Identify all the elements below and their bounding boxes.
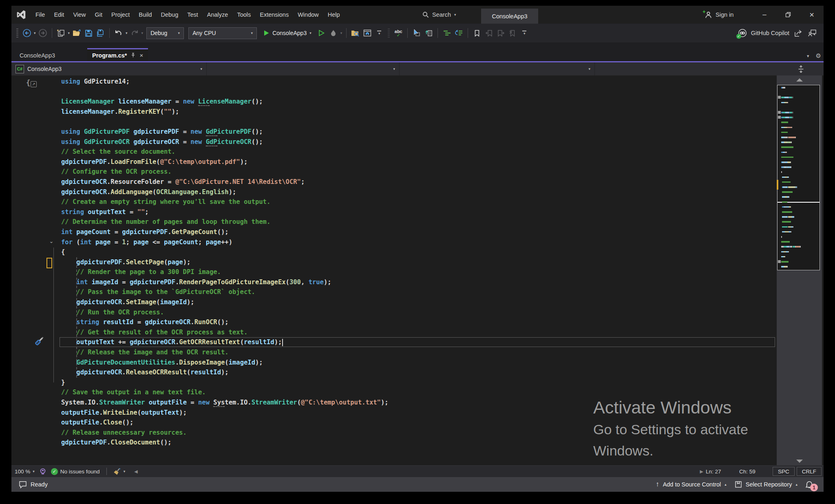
gear-icon[interactable]: ⚙	[816, 52, 821, 60]
code-line[interactable]: outputFile.WriteLine(outputText);	[61, 408, 777, 418]
tab-program-cs[interactable]: Program.cs* ×	[87, 48, 148, 61]
code-line[interactable]: // Save the output in a new text file.	[61, 387, 777, 398]
code-line[interactable]: {	[61, 247, 777, 257]
share-icon[interactable]	[793, 27, 803, 39]
menu-view[interactable]: View	[68, 6, 90, 24]
fold-chevron-icon[interactable]: ⌄	[47, 236, 55, 246]
menu-edit[interactable]: Edit	[49, 6, 68, 24]
code-line[interactable]: gdpictureOCR.ResourceFolder = @"C:\GdPic…	[61, 177, 777, 187]
toolbar-grip[interactable]	[388, 29, 390, 38]
type-dropdown[interactable]: ▾	[207, 62, 400, 75]
code-line[interactable]: GdPictureDocumentUtilities.DisposeImage(…	[61, 358, 777, 368]
copy-code-icon[interactable]	[424, 27, 433, 39]
selection-icon[interactable]	[412, 27, 422, 39]
hot-reload-icon[interactable]	[329, 27, 338, 39]
code-line[interactable]: // Determine the number of pages and loo…	[61, 217, 777, 227]
hscroll-left-icon[interactable]: ◀	[134, 469, 137, 474]
feedback-icon[interactable]	[807, 27, 817, 39]
code-line[interactable]: System.IO.StreamWriter outputFile = new …	[61, 398, 777, 408]
menu-file[interactable]: File	[31, 6, 49, 24]
redo-icon[interactable]	[130, 27, 139, 39]
vertical-scrollbar[interactable]	[777, 75, 822, 466]
notifications-button[interactable]: 1	[805, 480, 815, 489]
tab-list-chevron-icon[interactable]: ▾	[807, 54, 809, 58]
format-undo-icon[interactable]	[454, 27, 464, 39]
menu-help[interactable]: Help	[323, 6, 345, 24]
project-dropdown[interactable]: C# ConsoleApp3 ▾	[11, 62, 207, 75]
spell-check-icon[interactable]: abc ✓	[393, 27, 403, 39]
prev-bookmark-icon[interactable]	[484, 27, 494, 39]
next-bookmark-icon[interactable]	[496, 27, 506, 39]
save-icon[interactable]	[84, 27, 93, 39]
scroll-up-icon[interactable]	[777, 78, 822, 82]
chevron-down-icon[interactable]: ▾	[68, 31, 70, 35]
code-line[interactable]: string resultId = gdpictureOCR.RunOCR();	[61, 317, 777, 327]
show-more-buttons-icon[interactable]: ▾	[374, 27, 384, 39]
navigate-forward-icon[interactable]	[38, 27, 48, 39]
quick-actions-screwdriver-icon[interactable]	[33, 336, 45, 348]
start-debugging-button[interactable]: ConsoleApp3 ▾	[260, 27, 315, 39]
code-line[interactable]: // Select the source document.	[61, 147, 777, 157]
hscroll-right-icon[interactable]: ▶	[700, 469, 703, 474]
menu-project[interactable]: Project	[107, 6, 134, 24]
code-line[interactable]: int pageCount = gdpicturePDF.GetPageCoun…	[61, 227, 777, 237]
menu-analyze[interactable]: Analyze	[203, 6, 233, 24]
code-line[interactable]: outputText += gdpictureOCR.GetOCRResultT…	[61, 337, 777, 347]
code-line[interactable]: string outputText = "";	[61, 207, 777, 217]
code-line[interactable]: gdpictureOCR.AddLanguage(OCRLanguage.Eng…	[61, 187, 777, 197]
minimap[interactable]	[777, 85, 820, 270]
scroll-down-icon[interactable]	[777, 460, 822, 463]
chevron-down-icon[interactable]: ▾	[141, 31, 144, 35]
code-line[interactable]: // Create an empty string where you'll s…	[61, 197, 777, 207]
solution-platform-select[interactable]: Any CPU ▾	[188, 27, 257, 39]
save-all-icon[interactable]	[95, 27, 105, 39]
add-to-source-control-button[interactable]: ↑ Add to Source Control ▴	[652, 477, 731, 492]
code-line[interactable]: }	[61, 378, 777, 388]
menu-git[interactable]: Git	[91, 6, 107, 24]
search-control[interactable]: Search ▾	[422, 6, 456, 24]
minimize-icon[interactable]: –	[753, 6, 776, 24]
code-line[interactable]: using GdPicturePDF gdpicturePDF = new Gd…	[61, 127, 777, 137]
code-line[interactable]: using GdPicture14;	[61, 77, 777, 87]
code-line[interactable]: outputFile.Close();	[61, 418, 777, 428]
code-line[interactable]: licenseManager.RegisterKEY("");	[61, 107, 777, 117]
code-line[interactable]: gdpicturePDF.LoadFromFile(@"C:\temp\outp…	[61, 157, 777, 167]
navigate-back-icon[interactable]	[22, 27, 32, 39]
code-line[interactable]: using GdPictureOCR gdpictureOCR = new Gd…	[61, 137, 777, 147]
sign-in-button[interactable]: + Sign in	[705, 6, 733, 24]
search-context-chip[interactable]: ConsoleApp3	[481, 9, 538, 24]
start-without-debugging-icon[interactable]	[317, 27, 327, 39]
menu-window[interactable]: Window	[293, 6, 323, 24]
code-line[interactable]: gdpictureOCR.ReleaseOCRResult(resultId);	[61, 367, 777, 378]
open-file-icon[interactable]	[72, 27, 82, 39]
clear-bookmarks-icon[interactable]	[508, 27, 517, 39]
usings-adornment-icon[interactable]: {↗	[26, 79, 37, 87]
code-line[interactable]: // Run the OCR process.	[61, 307, 777, 318]
close-tab-icon[interactable]: ×	[139, 52, 143, 59]
zoom-select[interactable]: 100 % ▾	[11, 466, 38, 477]
new-project-icon[interactable]	[56, 27, 66, 39]
code-line[interactable]: // Render the page to a 300 DPI image.	[61, 267, 777, 277]
chevron-down-icon[interactable]: ▾	[34, 31, 36, 35]
menu-extensions[interactable]: Extensions	[255, 6, 293, 24]
undo-icon[interactable]	[114, 27, 124, 39]
solution-explorer-icon[interactable]	[362, 27, 372, 39]
restore-icon[interactable]	[776, 6, 800, 24]
chevron-down-icon[interactable]: ▾	[126, 31, 128, 35]
space-indicator[interactable]: SPC	[773, 467, 795, 476]
chevron-down-icon[interactable]: ▾	[340, 31, 342, 35]
pin-icon[interactable]	[130, 53, 136, 58]
member-dropdown[interactable]: ▾	[400, 62, 595, 75]
code-line[interactable]: int imageId = gdpicturePDF.RenderPageToG…	[61, 277, 777, 287]
code-line[interactable]	[61, 87, 777, 97]
column-indicator[interactable]: Ch: 59	[739, 469, 773, 475]
split-editor-button[interactable]	[778, 62, 824, 75]
menu-test[interactable]: Test	[183, 6, 203, 24]
toolbar-grip[interactable]	[16, 29, 18, 38]
menu-tools[interactable]: Tools	[232, 6, 255, 24]
menu-build[interactable]: Build	[134, 6, 156, 24]
code-line[interactable]: // Release the image and the OCR result.	[61, 347, 777, 358]
eol-indicator[interactable]: CRLF	[797, 467, 822, 476]
intellisense-status-icon[interactable]	[38, 466, 48, 477]
code-line[interactable]: for (int page = 1; page <= pageCount; pa…	[61, 237, 777, 248]
